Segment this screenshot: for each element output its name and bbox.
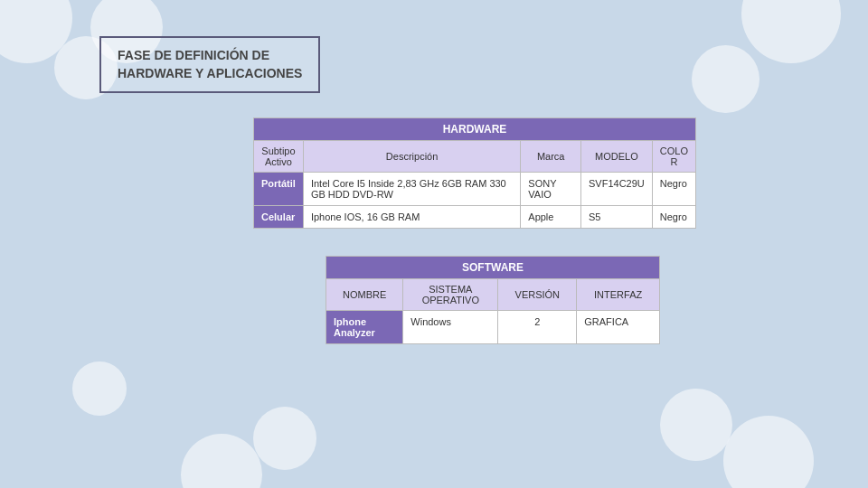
hardware-row-portatil: Portátil Intel Core I5 Inside 2,83 GHz 6…	[254, 173, 696, 206]
hardware-row-celular: Celular Iphone IOS, 16 GB RAM Apple S5 N…	[254, 206, 696, 229]
hardware-marca-celular: Apple	[521, 206, 581, 229]
bubble-decoration	[253, 407, 316, 470]
hardware-desc-portatil: Intel Core I5 Inside 2,83 GHz 6GB RAM 33…	[303, 173, 520, 206]
bubble-decoration	[181, 434, 262, 488]
software-row-iphone: IphoneAnalyzer Windows 2 GRAFICA	[326, 311, 660, 344]
hardware-label-portatil: Portátil	[254, 173, 304, 206]
bubble-decoration	[692, 45, 760, 113]
hardware-col-modelo: MODELO	[581, 141, 653, 173]
software-col-nombre: NOMBRE	[326, 279, 403, 311]
title-text: FASE DE DEFINICIÓN DE HARDWARE Y APLICAC…	[118, 47, 302, 82]
title-line1: FASE DE DEFINICIÓN DE	[118, 48, 269, 62]
bubble-decoration	[723, 416, 814, 488]
main-content: HARDWARE SubtipoActivo Descripción Marca…	[253, 117, 832, 344]
software-section-header: SOFTWARE	[326, 257, 660, 279]
bubble-decoration	[72, 361, 127, 416]
software-col-interfaz: INTERFAZ	[577, 279, 660, 311]
hardware-color-celular: Negro	[652, 206, 695, 229]
hardware-col-marca: Marca	[521, 141, 581, 173]
software-table: SOFTWARE NOMBRE SISTEMAOPERATIVO VERSIÓN…	[326, 256, 660, 344]
hardware-table: HARDWARE SubtipoActivo Descripción Marca…	[253, 117, 696, 229]
bubble-decoration	[660, 389, 732, 461]
hardware-col-color: COLOR	[652, 141, 695, 173]
software-nombre-iphone: IphoneAnalyzer	[326, 311, 403, 344]
hardware-col-descripcion: Descripción	[303, 141, 520, 173]
bubble-decoration	[741, 0, 841, 63]
software-sistema-iphone: Windows	[403, 311, 498, 344]
software-col-sistema: SISTEMAOPERATIVO	[403, 279, 498, 311]
software-version-iphone: 2	[498, 311, 577, 344]
hardware-modelo-portatil: SVF14C29U	[581, 173, 653, 206]
hardware-marca-portatil: SONY VAIO	[521, 173, 581, 206]
hardware-col-subtipo: SubtipoActivo	[254, 141, 304, 173]
hardware-section-header: HARDWARE	[254, 118, 696, 141]
hardware-color-portatil: Negro	[652, 173, 695, 206]
hardware-desc-celular: Iphone IOS, 16 GB RAM	[303, 206, 520, 229]
software-col-version: VERSIÓN	[498, 279, 577, 311]
hardware-label-celular: Celular	[254, 206, 304, 229]
title-line2: HARDWARE Y APLICACIONES	[118, 66, 302, 80]
hardware-modelo-celular: S5	[581, 206, 653, 229]
software-interfaz-iphone: GRAFICA	[577, 311, 660, 344]
title-box: FASE DE DEFINICIÓN DE HARDWARE Y APLICAC…	[99, 36, 320, 93]
